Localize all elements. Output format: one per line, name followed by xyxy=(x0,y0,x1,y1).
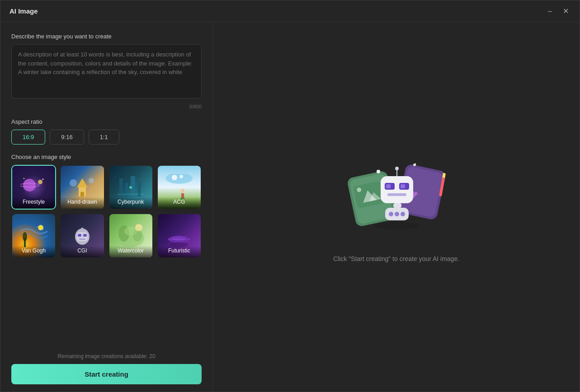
svg-marker-6 xyxy=(77,178,88,187)
illustration-svg: ♥ xyxy=(338,151,455,242)
style-grid: Freestyle xyxy=(11,165,202,258)
svg-point-16 xyxy=(165,174,193,184)
illustration: ♥ xyxy=(338,151,455,242)
svg-rect-30 xyxy=(79,238,85,240)
ratio-buttons: 16:9 9:16 1:1 xyxy=(11,130,202,145)
char-count: 0/800 xyxy=(11,104,202,109)
style-watercolor-label: Watercolor xyxy=(109,246,152,257)
style-handdrawn[interactable]: Hand-drawn xyxy=(60,165,104,210)
window-title: AI Image xyxy=(9,7,38,15)
svg-rect-10 xyxy=(119,178,123,196)
svg-point-4 xyxy=(23,177,24,179)
svg-point-25 xyxy=(23,232,27,241)
style-vangogh[interactable]: Van Gogh xyxy=(11,213,56,258)
style-cyberpunk-label: Cyberpunk xyxy=(109,197,152,209)
svg-rect-56 xyxy=(401,184,405,188)
description-textarea[interactable] xyxy=(11,44,202,98)
description-label: Describe the image you want to create xyxy=(11,33,202,40)
style-futuristic[interactable]: Futuristic xyxy=(157,213,202,258)
style-watercolor[interactable]: Watercolor xyxy=(108,213,153,258)
svg-point-35 xyxy=(124,227,137,236)
ratio-1-1[interactable]: 1:1 xyxy=(89,130,119,145)
style-cyberpunk[interactable]: Cyberpunk xyxy=(108,165,153,210)
svg-point-3 xyxy=(42,178,44,180)
svg-point-9 xyxy=(89,178,94,183)
right-panel: ♥ xyxy=(213,22,580,392)
style-acg-label: ACG xyxy=(158,197,201,209)
style-handdrawn-label: Hand-drawn xyxy=(61,197,104,209)
close-button[interactable]: ✕ xyxy=(561,7,571,16)
svg-rect-54 xyxy=(386,184,391,188)
svg-point-36 xyxy=(135,224,142,231)
svg-rect-52 xyxy=(381,176,413,203)
svg-rect-58 xyxy=(393,203,401,208)
style-acg[interactable]: ACG xyxy=(157,165,202,210)
svg-point-64 xyxy=(377,170,378,172)
svg-point-67 xyxy=(415,163,415,164)
style-futuristic-label: Futuristic xyxy=(158,246,201,257)
style-cgi-label: CGI xyxy=(61,246,104,257)
svg-point-38 xyxy=(172,236,186,241)
svg-rect-29 xyxy=(83,234,87,237)
svg-point-0 xyxy=(23,179,36,191)
start-creating-button[interactable]: Start creating xyxy=(11,364,202,384)
svg-point-62 xyxy=(401,212,405,216)
svg-point-17 xyxy=(172,175,177,180)
svg-point-65 xyxy=(379,170,380,171)
svg-point-18 xyxy=(179,175,183,178)
minimize-button[interactable]: – xyxy=(546,7,554,16)
style-section: Choose an image style xyxy=(11,154,202,258)
style-freestyle-label: Freestyle xyxy=(12,197,55,209)
svg-point-2 xyxy=(38,180,42,184)
svg-point-69 xyxy=(395,167,399,170)
svg-point-8 xyxy=(70,179,77,187)
svg-rect-11 xyxy=(125,183,128,196)
style-freestyle[interactable]: Freestyle xyxy=(11,165,56,210)
style-label: Choose an image style xyxy=(11,154,202,160)
main-content: Describe the image you want to create 0/… xyxy=(0,22,580,392)
aspect-ratio-section: Aspect ratio 16:9 9:16 1:1 xyxy=(11,118,202,145)
aspect-ratio-label: Aspect ratio xyxy=(11,118,202,125)
svg-point-31 xyxy=(81,228,84,230)
svg-point-70 xyxy=(374,222,420,229)
svg-point-15 xyxy=(129,186,132,189)
svg-point-19 xyxy=(181,189,184,193)
svg-rect-57 xyxy=(387,193,406,196)
ratio-9-16[interactable]: 9:16 xyxy=(50,130,84,145)
style-vangogh-label: Van Gogh xyxy=(12,246,55,257)
svg-point-61 xyxy=(395,212,399,216)
svg-point-60 xyxy=(389,212,393,216)
window-controls: – ✕ xyxy=(546,7,571,16)
description-wrapper xyxy=(11,44,202,100)
ratio-16-9[interactable]: 16:9 xyxy=(11,130,45,145)
style-cgi[interactable]: CGI xyxy=(60,213,104,258)
hint-text: Click "Start creating" to create your AI… xyxy=(333,255,459,262)
app-window: AI Image – ✕ Describe the image you want… xyxy=(0,0,580,392)
left-panel: Describe the image you want to create 0/… xyxy=(0,22,213,392)
svg-rect-28 xyxy=(78,234,81,237)
remaining-text: Remaining image creations available: 20 xyxy=(11,353,202,359)
title-bar: AI Image – ✕ xyxy=(0,0,580,22)
svg-rect-7 xyxy=(80,192,84,196)
